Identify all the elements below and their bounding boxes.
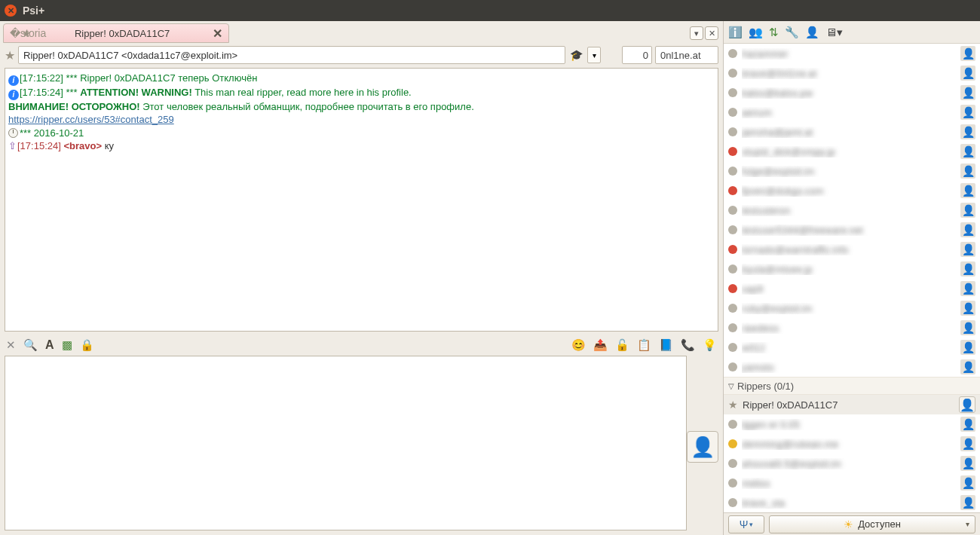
- chat-log[interactable]: i[17:15:22] *** Ripper! 0xDADA11C7 тепер…: [5, 68, 718, 332]
- window-titlebar: ✕ Psi+: [0, 0, 980, 21]
- roster-item[interactable]: jamsha@jamt.at👤: [724, 122, 980, 142]
- roster-item[interactable]: yamoto👤: [724, 357, 980, 377]
- presence-icon: [728, 69, 737, 78]
- avatar-icon: 👤: [960, 456, 975, 471]
- contact-name: w012: [742, 342, 956, 353]
- roster-item[interactable]: melios👤: [724, 473, 980, 493]
- avatar-icon: 👤: [960, 359, 975, 374]
- transport-icon[interactable]: ⇅: [769, 26, 779, 39]
- psi-menu-button[interactable]: Ψ ▾: [728, 515, 764, 533]
- message-input[interactable]: [5, 356, 687, 530]
- presence-icon: [728, 49, 737, 58]
- settings-icon[interactable]: 🔧: [785, 26, 799, 39]
- presence-icon: [728, 304, 737, 313]
- roster-group-header[interactable]: ▽Rippers (0/1): [724, 377, 980, 395]
- roster-item[interactable]: testusteron👤: [724, 200, 980, 220]
- presence-icon: [728, 343, 737, 352]
- tab-label: Ripper! 0xDADA11C7: [36, 28, 208, 39]
- clear-icon[interactable]: ✕: [6, 338, 16, 352]
- bulb-icon[interactable]: 💡: [703, 338, 717, 352]
- avatar-icon: 👤: [960, 436, 975, 451]
- avatar-icon: 👤: [960, 340, 975, 355]
- roster-item[interactable]: ahouval0.5@exploit.im👤: [724, 454, 980, 473]
- tab-close-icon[interactable]: ✕: [213, 26, 222, 41]
- resource-dropdown[interactable]: ▾: [587, 47, 601, 63]
- avatar-icon: 👤: [960, 222, 975, 237]
- roster-item[interactable]: byula@mtsee.jp👤: [724, 259, 980, 279]
- roster-item[interactable]: brave_sta👤: [724, 493, 980, 512]
- contact-name: testusteron: [742, 205, 956, 216]
- roster-item[interactable]: w012👤: [724, 338, 980, 357]
- user-icon[interactable]: 👤: [805, 26, 819, 39]
- ripper-profile-link: https://ripper.cc/users/53#contact_259: [8, 114, 174, 125]
- roster-item[interactable]: demming@rukean.me👤: [724, 434, 980, 454]
- contact-name: Ripper! 0xDADA11C7: [743, 399, 954, 411]
- presence-icon: [728, 323, 737, 332]
- roster-item[interactable]: tggen er 0.05👤: [724, 414, 980, 434]
- avatar-icon: 👤: [960, 261, 975, 277]
- contact-name: testuser5344@freeware.net: [742, 225, 956, 236]
- contact-jid-field[interactable]: Ripper! 0xDADA11C7 <0xdada11c7@exploit.i…: [18, 46, 565, 64]
- call-icon[interactable]: 📞: [681, 338, 695, 352]
- console-icon[interactable]: 🖥▾: [825, 26, 843, 39]
- roster-item-selected[interactable]: ★Ripper! 0xDADA11C7👤: [724, 395, 980, 414]
- book-icon[interactable]: 📘: [659, 338, 673, 352]
- group-label: Rippers (0/1): [737, 381, 794, 392]
- tab-bar: �storia ★ Ripper! 0xDADA11C7 ✕ ▾ ✕: [0, 21, 723, 44]
- roster-item[interactable]: aenum👤: [724, 102, 980, 122]
- roster-item[interactable]: sap9👤: [724, 279, 980, 298]
- chat-message: ⇧[17:15:24] <bravo> ку: [8, 139, 715, 153]
- presence-icon: [728, 206, 737, 215]
- add-contact-icon[interactable]: 👥: [749, 26, 763, 39]
- emoji-icon[interactable]: 😊: [571, 338, 586, 352]
- image-icon[interactable]: ▩: [62, 338, 72, 352]
- avatar-icon: 👤: [960, 203, 975, 218]
- roster-item[interactable]: fulge@exploit.im👤: [724, 161, 980, 181]
- avatar-icon: 👤: [960, 144, 975, 159]
- status-selector[interactable]: ☀ Доступен ▾: [769, 515, 975, 533]
- roster-item[interactable]: stupid_dick@xmpp.jp👤: [724, 142, 980, 161]
- find-icon[interactable]: 🔍: [23, 338, 38, 352]
- contact-name: brave@0nl1ne.at: [742, 68, 956, 79]
- lock2-icon[interactable]: 🔓: [615, 338, 629, 352]
- roster-item[interactable]: hazammer👤: [724, 44, 980, 63]
- system-link[interactable]: https://ripper.cc/users/53#contact_259: [8, 113, 715, 127]
- roster-list[interactable]: hazammer👤brave@0nl1ne.at👤kalos@kalos.pw👤…: [724, 44, 980, 512]
- chat-tab[interactable]: �storia ★ Ripper! 0xDADA11C7 ✕: [3, 23, 229, 43]
- tab-dropdown-button[interactable]: ▾: [690, 26, 703, 40]
- contact-name: fulge@exploit.im: [742, 166, 956, 177]
- info-icon[interactable]: ℹ️: [728, 26, 743, 39]
- avatar-icon: 👤: [960, 46, 975, 61]
- expand-icon: ▽: [728, 382, 734, 390]
- system-message: ВНИМАНИЕ! ОСТОРОЖНО! Этот человек реальн…: [8, 100, 715, 114]
- contact-name: rawdeos: [742, 323, 956, 334]
- roster-item[interactable]: brave@0nl1ne.at👤: [724, 63, 980, 83]
- presence-icon: [728, 439, 737, 448]
- presence-icon: [728, 127, 737, 136]
- avatar-icon: 👤: [960, 66, 975, 81]
- send-file-icon[interactable]: 📤: [593, 338, 608, 352]
- roster-pane: ℹ️ 👥 ⇅ 🔧 👤 🖥▾ hazammer👤brave@0nl1ne.at👤k…: [724, 21, 980, 535]
- unread-count: 0: [622, 46, 652, 64]
- presence-icon: [728, 362, 737, 371]
- server-label: 0nl1ne.at: [655, 46, 718, 64]
- roster-item[interactable]: rawdeos👤: [724, 318, 980, 338]
- font-icon[interactable]: A: [45, 338, 54, 352]
- lock-icon[interactable]: 🔒: [80, 338, 94, 352]
- avatar-icon: 👤: [960, 495, 975, 510]
- roster-item[interactable]: tornado@warntraffic.info👤: [724, 240, 980, 259]
- roster-item[interactable]: kalos@kalos.pw👤: [724, 83, 980, 102]
- avatar-icon: 👤: [960, 301, 975, 316]
- contact-bar: ★ Ripper! 0xDADA11C7 <0xdada11c7@exploit…: [0, 44, 723, 66]
- note-icon[interactable]: 📋: [637, 338, 651, 352]
- presence-icon: [728, 167, 737, 176]
- avatar-icon: 👤: [960, 320, 975, 335]
- tab-close-all-button[interactable]: ✕: [705, 26, 718, 40]
- roster-item[interactable]: fpven@dukgo.com👤: [724, 181, 980, 200]
- contact-name: tornado@warntraffic.info: [742, 244, 956, 255]
- presence-icon: [728, 284, 737, 293]
- presence-icon: [728, 478, 737, 488]
- roster-item[interactable]: ruby@exploit.im👤: [724, 298, 980, 318]
- roster-item[interactable]: testuser5344@freeware.net👤: [724, 220, 980, 240]
- window-close-button[interactable]: ✕: [5, 5, 17, 17]
